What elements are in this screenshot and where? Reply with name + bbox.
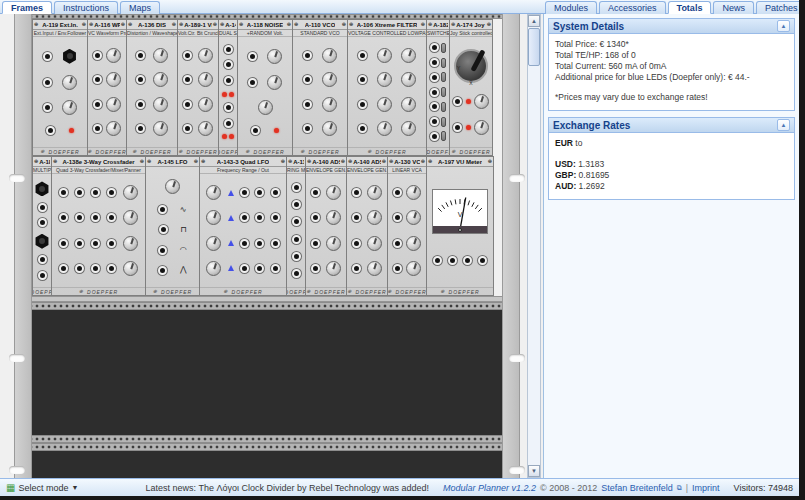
price-footnote: *Prices may vary due to exchange rates! (555, 92, 788, 103)
knob (377, 121, 392, 136)
module-panel[interactable]: ⊕A-138e 3-Way Crossfader⊕Quad 3-Way Cros… (51, 156, 146, 296)
module-panel[interactable]: ⊕A-174 Joy Stick⊕Joy Stick controlled CV… (449, 19, 493, 156)
jack-socket (255, 213, 264, 222)
screw-icon: ⊕ (342, 22, 346, 27)
module-subtitle: Volt.Ctr. Bit Cruncher (178, 30, 218, 37)
module-panel[interactable]: ⊕A-118 NOISE⊕+RANDOM Volt.⊕DOEPFER (237, 19, 293, 156)
module-controls: V (427, 167, 493, 287)
module-panel[interactable]: ⊕A-148DUAL S&H⊕DOEPFER (218, 19, 238, 156)
module-footer: ⊕DOEPFER (127, 147, 177, 155)
module-panel[interactable]: ⊕A-180MULTIPLES I⊕DOEPFER (32, 156, 52, 296)
imprint-link[interactable]: Imprint (692, 483, 720, 493)
scroll-up-icon[interactable]: ▲ (528, 15, 540, 27)
control-row (450, 120, 492, 135)
jack-socket (107, 239, 116, 248)
control-row (33, 181, 51, 196)
module-title: ⊕A-106 Xtreme FILTER⊕ (348, 20, 426, 30)
control-row (293, 121, 347, 136)
exchange-rates-header[interactable]: Exchange Rates ▲ (549, 118, 794, 133)
jack-socket (453, 123, 462, 132)
empty-rack-row[interactable] (32, 451, 502, 478)
scroll-down-icon[interactable]: ▼ (528, 465, 540, 477)
module-name: A-106 Xtreme FILTER (357, 22, 418, 28)
scrollbar-thumb[interactable] (528, 28, 540, 66)
module-title: ⊕A-116 WP⊕ (88, 20, 126, 30)
jack-socket (303, 51, 312, 60)
rail-slot (9, 466, 25, 474)
module-panel[interactable]: ⊕A-140 ADSR⊕ENVELOPE GEN.⊕DOEPFER (305, 156, 347, 296)
screw-icon: ⊕ (201, 159, 205, 164)
jack-socket (43, 78, 52, 87)
system-details-header[interactable]: System Details ▲ (549, 19, 794, 34)
brand-label: DOEPFER (315, 289, 346, 295)
control-row (33, 75, 87, 90)
rack-rail-left (14, 14, 32, 478)
screw-icon: ⊕ (300, 149, 305, 154)
module-panel[interactable]: ⊕A-140 ADSR⊕ENVELOPE GEN.⊕DOEPFER (346, 156, 388, 296)
control-row: ⋀ (146, 266, 199, 275)
module-name: A-118 NOISE (247, 22, 283, 28)
tab-maps[interactable]: Maps (120, 1, 160, 14)
empty-rack-row[interactable] (32, 310, 502, 435)
module-panel[interactable]: ⊕A-106 Xtreme FILTER⊕VOLTAGE CONTROLLED … (347, 19, 427, 156)
tab-totals[interactable]: Totals (668, 1, 712, 14)
knob (123, 236, 138, 251)
rack-rows: ⊕A-119 Ext.In.⊕Ext.Input / Env.Follower⊕… (32, 14, 502, 478)
screw-icon: ⊕ (79, 289, 84, 294)
module-panel[interactable]: ⊕A-119 Ext.In.⊕Ext.Input / Env.Follower⊕… (32, 19, 88, 156)
screw-icon: ⊕ (147, 159, 151, 164)
control-row (293, 48, 347, 63)
module-panel[interactable]: ⊕A-136 DIS⊕Distortion / Waveshaper⊕DOEPF… (126, 19, 178, 156)
svg-text:V: V (458, 211, 463, 218)
control-row (88, 72, 126, 87)
module-panel[interactable]: ⊕A-143-3 Quad LFO⊕Frequency Range / Out⊕… (199, 156, 287, 296)
module-panel[interactable]: ⊕A-145 LFO⊕∿⊓◠⋀⊕DOEPFER (145, 156, 200, 296)
control-row (219, 92, 237, 97)
module-panel[interactable]: ⊕A-182SWITCHED MULTIPLE⊕DOEPFER (426, 19, 450, 156)
select-mode-button[interactable]: ▦ Select mode ▼ (6, 483, 78, 493)
system-details-title: System Details (553, 21, 624, 32)
knob (401, 48, 416, 63)
module-name: A-143-3 Quad LFO (217, 159, 269, 165)
control-row (33, 234, 51, 249)
tab-accessories[interactable]: Accessories (599, 1, 666, 14)
module-panel[interactable]: ⊕A-197 VU Meter⊕V⊕DOEPFER (426, 156, 494, 296)
jack-socket (38, 255, 47, 264)
collapse-icon[interactable]: ▲ (777, 20, 790, 32)
visitors-label: Visitors: (734, 483, 766, 493)
jack-socket (93, 51, 102, 60)
module-subtitle: ENVELOPE GEN. (306, 167, 346, 174)
module-title: ⊕A-174 Joy Stick⊕ (450, 20, 492, 30)
rack-scrollbar[interactable]: ▲ ▼ (527, 14, 541, 478)
knob (198, 121, 213, 136)
control-row (33, 100, 87, 115)
module-panel[interactable]: ⊕A-114RING MOD⊕DOEPFER (286, 156, 306, 296)
module-panel[interactable]: ⊕A-130 VCA⊕LINEAR VCA⊕DOEPFER (387, 156, 427, 296)
rack-view: ⊕A-119 Ext.In.⊕Ext.Input / Env.Follower⊕… (0, 14, 543, 478)
app-version-link[interactable]: Modular Planner v1.2.2 (443, 483, 536, 493)
tab-frames[interactable]: Frames (2, 1, 52, 14)
jack-socket (358, 51, 367, 60)
control-row (348, 121, 426, 136)
waveform-icon: ⋀ (180, 266, 187, 274)
module-subtitle: VOLTAGE CONTROLLED LOWPASS+HIGHPASS (348, 30, 426, 37)
module-controls: YX (450, 37, 492, 147)
module-panel[interactable]: ⊕A-189-1 VBC⊕Volt.Ctr. Bit Cruncher⊕DOEP… (177, 19, 219, 156)
tab-instructions[interactable]: Instructions (54, 1, 118, 14)
tab-news[interactable]: News (713, 1, 754, 14)
rail-slot (509, 466, 525, 474)
tab-patches[interactable]: Patches (756, 1, 805, 14)
tab-modules[interactable]: Modules (545, 1, 597, 14)
module-footer: ⊕DOEPFER (238, 147, 292, 155)
collapse-icon[interactable]: ▲ (777, 119, 790, 131)
module-controls: ∿⊓◠⋀ (146, 167, 199, 287)
module-panel[interactable]: ⊕A-116 WP⊕VC Waveform Processor⊕DOEPFER (87, 19, 127, 156)
control-row (219, 134, 237, 139)
author-link[interactable]: Stefan Breitenfeld (601, 483, 673, 493)
knob (377, 97, 392, 112)
module-panel[interactable]: ⊕A-110 VCO⊕STANDARD VCO⊕DOEPFER (292, 19, 348, 156)
knob (106, 48, 121, 63)
module-footer: ⊕DOEPFER (146, 287, 199, 295)
mounting-rail (32, 302, 502, 310)
jack-socket (292, 269, 301, 278)
